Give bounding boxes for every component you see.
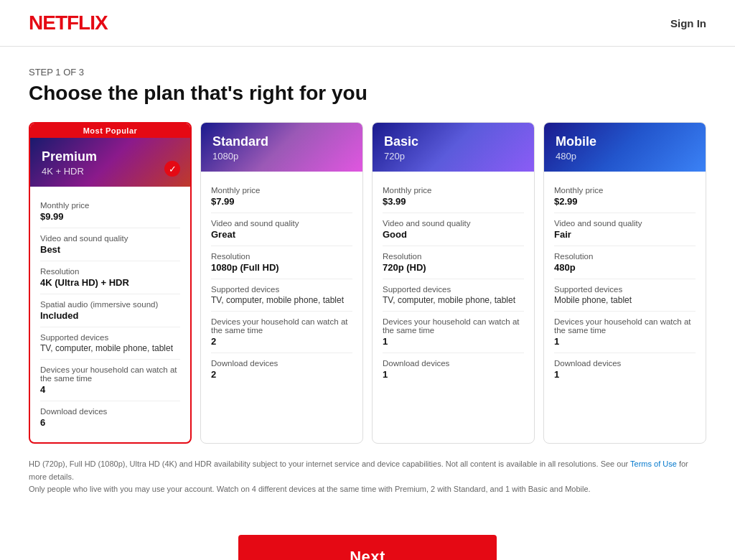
- quality-label-mobile: Video and sound quality: [554, 219, 696, 228]
- devices-value-basic: TV, computer, mobile phone, tablet: [383, 295, 524, 305]
- plan-header-basic: Basic 720p: [373, 123, 534, 172]
- plan-resolution-badge-standard: 1080p: [212, 151, 351, 162]
- plan-card-mobile[interactable]: Mobile 480p Monthly price $2.99 Video an…: [543, 122, 706, 444]
- simultaneous-row-premium: Devices your household can watch at the …: [40, 360, 180, 401]
- footer-note: HD (720p), Full HD (1080p), Ultra HD (4K…: [29, 458, 706, 496]
- price-label-basic: Monthly price: [383, 186, 524, 195]
- quality-row-premium: Video and sound quality Best: [40, 228, 180, 261]
- page-title: Choose the plan that's right for you: [29, 82, 706, 105]
- plans-grid: Most Popular Premium 4K + HDR ✓ Monthly …: [29, 122, 706, 444]
- resolution-value-standard: 1080p (Full HD): [211, 262, 352, 273]
- plan-name-basic: Basic: [384, 134, 523, 149]
- resolution-value-mobile: 480p: [554, 262, 696, 273]
- simultaneous-value-premium: 4: [40, 384, 180, 395]
- simultaneous-label-basic: Devices your household can watch at the …: [383, 317, 524, 335]
- plan-details-premium: Monthly price $9.99 Video and sound qual…: [30, 187, 190, 442]
- quality-row-basic: Video and sound quality Good: [383, 213, 524, 246]
- plan-card-basic[interactable]: Basic 720p Monthly price $3.99 Video and…: [372, 122, 535, 444]
- download-label-basic: Download devices: [383, 359, 524, 368]
- devices-value-premium: TV, computer, mobile phone, tablet: [40, 343, 180, 353]
- simultaneous-row-mobile: Devices your household can watch at the …: [554, 312, 696, 353]
- footer-note-text1: HD (720p), Full HD (1080p), Ultra HD (4K…: [29, 459, 630, 468]
- simultaneous-row-basic: Devices your household can watch at the …: [383, 312, 524, 353]
- resolution-row-premium: Resolution 4K (Ultra HD) + HDR: [40, 261, 180, 294]
- download-value-mobile: 1: [554, 369, 696, 380]
- quality-value-mobile: Fair: [554, 229, 696, 240]
- plan-details-standard: Monthly price $7.99 Video and sound qual…: [201, 172, 362, 394]
- download-row-premium: Download devices 6: [40, 401, 180, 434]
- devices-row-premium: Supported devices TV, computer, mobile p…: [40, 327, 180, 360]
- resolution-label-mobile: Resolution: [554, 252, 696, 261]
- devices-value-mobile: Mobile phone, tablet: [554, 295, 696, 305]
- resolution-row-basic: Resolution 720p (HD): [383, 246, 524, 279]
- plan-resolution-badge-mobile: 480p: [556, 151, 694, 162]
- devices-row-standard: Supported devices TV, computer, mobile p…: [211, 279, 352, 312]
- next-button[interactable]: Next: [238, 535, 497, 560]
- price-row-premium: Monthly price $9.99: [40, 195, 180, 228]
- price-row-basic: Monthly price $3.99: [383, 180, 524, 213]
- sign-in-button[interactable]: Sign In: [670, 17, 706, 29]
- download-value-premium: 6: [40, 417, 180, 428]
- price-label-mobile: Monthly price: [554, 186, 696, 195]
- resolution-value-basic: 720p (HD): [383, 262, 524, 273]
- resolution-value-premium: 4K (Ultra HD) + HDR: [40, 277, 180, 288]
- devices-label-premium: Supported devices: [40, 333, 180, 342]
- price-value-standard: $7.99: [211, 196, 352, 207]
- resolution-row-standard: Resolution 1080p (Full HD): [211, 246, 352, 279]
- price-value-premium: $9.99: [40, 211, 180, 222]
- devices-value-standard: TV, computer, mobile phone, tablet: [211, 295, 352, 305]
- plan-name-mobile: Mobile: [556, 134, 694, 149]
- plan-card-standard[interactable]: Standard 1080p Monthly price $7.99 Video…: [200, 122, 363, 444]
- plan-resolution-badge-premium: 4K + HDR: [42, 166, 179, 177]
- price-value-mobile: $2.99: [554, 196, 696, 207]
- price-row-standard: Monthly price $7.99: [211, 180, 352, 213]
- quality-value-standard: Great: [211, 229, 352, 240]
- plan-details-basic: Monthly price $3.99 Video and sound qual…: [373, 172, 534, 394]
- quality-row-mobile: Video and sound quality Fair: [554, 213, 696, 246]
- terms-of-use-link[interactable]: Terms of Use: [630, 459, 677, 468]
- devices-label-basic: Supported devices: [383, 285, 524, 294]
- download-label-standard: Download devices: [211, 359, 352, 368]
- download-label-mobile: Download devices: [554, 359, 696, 368]
- simultaneous-label-premium: Devices your household can watch at the …: [40, 365, 180, 383]
- devices-label-mobile: Supported devices: [554, 285, 696, 294]
- quality-label-basic: Video and sound quality: [383, 219, 524, 228]
- price-label-standard: Monthly price: [211, 186, 352, 195]
- price-value-basic: $3.99: [383, 196, 524, 207]
- resolution-label-basic: Resolution: [383, 252, 524, 261]
- plan-header-premium: Premium 4K + HDR ✓: [30, 138, 190, 187]
- plan-name-premium: Premium: [42, 149, 179, 164]
- devices-row-mobile: Supported devices Mobile phone, tablet: [554, 279, 696, 312]
- download-row-mobile: Download devices 1: [554, 353, 696, 386]
- check-icon: ✓: [164, 161, 180, 177]
- spatial-label: Spatial audio (immersive sound): [40, 300, 180, 309]
- step-label: STEP 1 OF 3: [29, 67, 706, 78]
- simultaneous-label-standard: Devices your household can watch at the …: [211, 317, 352, 335]
- simultaneous-label-mobile: Devices your household can watch at the …: [554, 317, 696, 335]
- quality-row-standard: Video and sound quality Great: [211, 213, 352, 246]
- resolution-label-premium: Resolution: [40, 267, 180, 276]
- simultaneous-row-standard: Devices your household can watch at the …: [211, 312, 352, 353]
- netflix-logo: NETFLIX: [29, 11, 108, 34]
- spatial-row: Spatial audio (immersive sound) Included: [40, 294, 180, 327]
- price-row-mobile: Monthly price $2.99: [554, 180, 696, 213]
- download-row-basic: Download devices 1: [383, 353, 524, 386]
- quality-value-basic: Good: [383, 229, 524, 240]
- plan-name-standard: Standard: [212, 134, 351, 149]
- simultaneous-value-mobile: 1: [554, 336, 696, 347]
- download-value-basic: 1: [383, 369, 524, 380]
- simultaneous-value-basic: 1: [383, 336, 524, 347]
- devices-label-standard: Supported devices: [211, 285, 352, 294]
- next-button-container: Next: [0, 525, 735, 560]
- plan-header-standard: Standard 1080p: [201, 123, 362, 172]
- plan-details-mobile: Monthly price $2.99 Video and sound qual…: [544, 172, 706, 394]
- quality-label-standard: Video and sound quality: [211, 219, 352, 228]
- download-value-standard: 2: [211, 369, 352, 380]
- quality-label-premium: Video and sound quality: [40, 234, 180, 243]
- spatial-value: Included: [40, 310, 180, 321]
- plan-card-premium[interactable]: Most Popular Premium 4K + HDR ✓ Monthly …: [29, 122, 192, 444]
- devices-row-basic: Supported devices TV, computer, mobile p…: [383, 279, 524, 312]
- download-row-standard: Download devices 2: [211, 353, 352, 386]
- quality-value-premium: Best: [40, 244, 180, 255]
- resolution-label-standard: Resolution: [211, 252, 352, 261]
